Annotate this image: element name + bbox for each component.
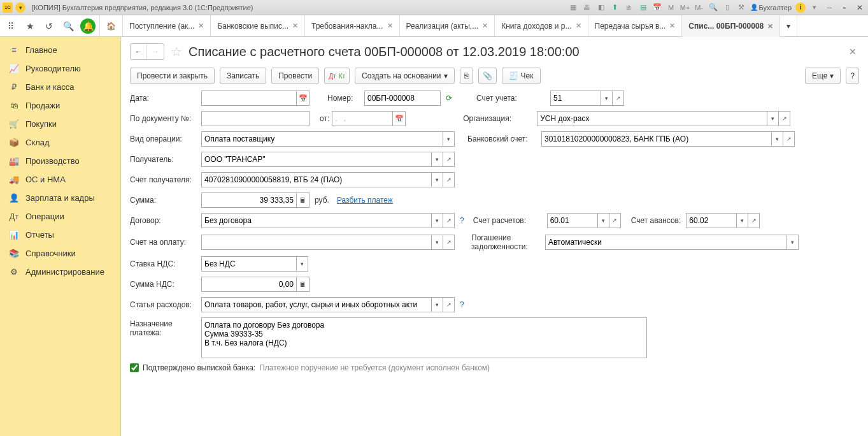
open-icon[interactable]: ↗ bbox=[443, 235, 455, 250]
m-button[interactable]: M bbox=[666, 3, 676, 13]
tab-5[interactable]: Передача сырья в...✕ bbox=[588, 15, 683, 36]
close-window-button[interactable]: ✕ bbox=[854, 3, 865, 12]
sidebar-item-manager[interactable]: 📈Руководителю bbox=[0, 59, 120, 78]
rec-account-field[interactable]: ▾ ↗ bbox=[201, 172, 455, 187]
tab-2[interactable]: Требования-накла...✕ bbox=[305, 15, 400, 36]
close-icon[interactable]: ✕ bbox=[767, 22, 773, 31]
expense-field[interactable]: ▾ ↗ bbox=[201, 297, 455, 312]
close-icon[interactable]: ✕ bbox=[669, 22, 675, 30]
info-dropdown-icon[interactable]: ▾ bbox=[809, 3, 820, 13]
apps-icon[interactable]: ⠿ bbox=[4, 19, 18, 33]
check-button[interactable]: 🧾 Чек bbox=[502, 68, 541, 84]
user-label[interactable]: Бухгалтер bbox=[750, 4, 792, 11]
bydoc-field[interactable] bbox=[201, 111, 309, 126]
vat-amount-input[interactable] bbox=[201, 277, 297, 292]
open-icon[interactable]: ↗ bbox=[613, 91, 624, 106]
chevron-down-icon[interactable]: ▾ bbox=[432, 297, 443, 312]
attach-button[interactable]: 📎 bbox=[478, 68, 497, 84]
vat-rate-input[interactable] bbox=[201, 256, 297, 272]
open-icon[interactable]: ↗ bbox=[443, 172, 455, 187]
close-document-button[interactable]: ✕ bbox=[846, 44, 859, 59]
history-icon[interactable]: ↺ bbox=[42, 19, 56, 33]
m-plus-button[interactable]: M+ bbox=[680, 3, 690, 13]
sidebar-item-reports[interactable]: 📊Отчеты bbox=[0, 226, 120, 244]
favorite-icon[interactable]: ★ bbox=[23, 19, 37, 33]
open-icon[interactable]: ↗ bbox=[779, 111, 790, 126]
panel-icon[interactable]: ▯ bbox=[722, 3, 732, 13]
vat-amount-field[interactable]: 🖩 bbox=[201, 277, 309, 292]
bydoc-input[interactable] bbox=[201, 111, 309, 126]
debt-input[interactable] bbox=[545, 235, 787, 250]
refresh-icon[interactable]: ⟳ bbox=[443, 94, 455, 103]
chevron-down-icon[interactable]: ▾ bbox=[432, 172, 443, 187]
tool-export-icon[interactable]: ⬆ bbox=[610, 3, 620, 13]
more-button[interactable]: Еще ▾ bbox=[805, 68, 841, 84]
close-icon[interactable]: ✕ bbox=[198, 22, 204, 30]
post-button[interactable]: Провести bbox=[271, 68, 319, 84]
bell-icon[interactable]: 🔔 bbox=[80, 18, 96, 34]
chevron-down-icon[interactable]: ▾ bbox=[432, 213, 443, 228]
search-icon[interactable]: 🔍 bbox=[61, 19, 75, 33]
tab-0[interactable]: Поступление (ак...✕ bbox=[123, 15, 211, 36]
chevron-down-icon[interactable]: ▾ bbox=[432, 152, 443, 167]
calendar-icon[interactable]: 📅 bbox=[393, 111, 406, 126]
contract-input[interactable] bbox=[201, 213, 432, 228]
open-icon[interactable]: ↗ bbox=[443, 213, 455, 228]
close-icon[interactable]: ✕ bbox=[576, 22, 581, 30]
org-input[interactable] bbox=[537, 111, 767, 126]
contract-field[interactable]: ▾ ↗ bbox=[201, 213, 455, 228]
help-icon[interactable]: ? bbox=[457, 300, 467, 309]
tool-doc-icon[interactable]: ◧ bbox=[596, 3, 606, 13]
restore-button[interactable]: ▫ bbox=[839, 3, 850, 12]
number-input[interactable] bbox=[364, 91, 441, 106]
nav-back-button[interactable]: ← bbox=[131, 44, 147, 59]
sidebar-item-catalogs[interactable]: 📚Справочники bbox=[0, 244, 120, 263]
open-icon[interactable]: ↗ bbox=[783, 131, 795, 147]
expense-input[interactable] bbox=[201, 297, 432, 312]
amount-field[interactable]: 🖩 bbox=[201, 193, 309, 208]
settle-field[interactable]: ▾ ↗ bbox=[547, 213, 621, 228]
chevron-down-icon[interactable]: ▾ bbox=[737, 213, 748, 228]
help-button[interactable]: ? bbox=[846, 68, 859, 84]
number-field[interactable] bbox=[364, 91, 441, 106]
sidebar-item-main[interactable]: ≡Главное bbox=[0, 41, 120, 59]
bankacc-field[interactable]: ▾ ↗ bbox=[541, 131, 795, 147]
dtkt-button[interactable]: ДтКт bbox=[324, 68, 350, 84]
structure-button[interactable]: ⎘ bbox=[460, 68, 473, 84]
chevron-down-icon[interactable]: ▾ bbox=[787, 235, 799, 250]
close-icon[interactable]: ✕ bbox=[292, 22, 298, 30]
sidebar-item-admin[interactable]: ⚙Администрирование bbox=[0, 263, 120, 281]
vat-rate-field[interactable]: ▾ bbox=[201, 256, 308, 272]
tool-table-icon[interactable]: ▤ bbox=[638, 3, 648, 13]
confirmed-checkbox[interactable] bbox=[130, 363, 139, 372]
post-close-button[interactable]: Провести и закрыть bbox=[130, 68, 215, 84]
date-input[interactable] bbox=[201, 91, 297, 106]
sidebar-item-assets[interactable]: 🚚ОС и НМА bbox=[0, 170, 120, 189]
split-payment-link[interactable]: Разбить платеж bbox=[334, 196, 395, 205]
tab-more[interactable]: ▾ bbox=[780, 15, 797, 36]
invoice-input[interactable] bbox=[201, 235, 432, 250]
sidebar-item-hr[interactable]: 👤Зарплата и кадры bbox=[0, 189, 120, 207]
chevron-down-icon[interactable]: ▾ bbox=[598, 213, 609, 228]
tool-grid-icon[interactable]: ▦ bbox=[568, 3, 578, 13]
tool-print-icon[interactable]: 🖶 bbox=[582, 3, 592, 13]
chevron-down-icon[interactable]: ▾ bbox=[772, 131, 783, 147]
invoice-field[interactable]: ▾ ↗ bbox=[201, 235, 455, 250]
favorite-star-icon[interactable]: ☆ bbox=[171, 44, 182, 59]
tab-3[interactable]: Реализация (акты,...✕ bbox=[400, 15, 495, 36]
tool-calendar-icon[interactable]: 📅 bbox=[652, 3, 662, 13]
open-icon[interactable]: ↗ bbox=[443, 297, 455, 312]
tab-1[interactable]: Банковские выпис...✕ bbox=[211, 15, 305, 36]
recipient-field[interactable]: ▾ ↗ bbox=[201, 152, 455, 167]
chevron-down-icon[interactable]: ▾ bbox=[297, 256, 308, 272]
chevron-down-icon[interactable]: ▾ bbox=[767, 111, 779, 126]
sidebar-item-operations[interactable]: ДтОперации bbox=[0, 207, 120, 226]
recipient-input[interactable] bbox=[201, 152, 432, 167]
sidebar-item-sales[interactable]: 🛍Продажи bbox=[0, 96, 120, 115]
bankacc-input[interactable] bbox=[541, 131, 772, 147]
optype-field[interactable]: ▾ bbox=[201, 131, 455, 147]
calendar-icon[interactable]: 📅 bbox=[297, 91, 309, 106]
nav-forward-button[interactable]: → bbox=[147, 44, 164, 59]
from-date-input[interactable] bbox=[332, 111, 393, 126]
minimize-button[interactable]: – bbox=[823, 3, 835, 12]
